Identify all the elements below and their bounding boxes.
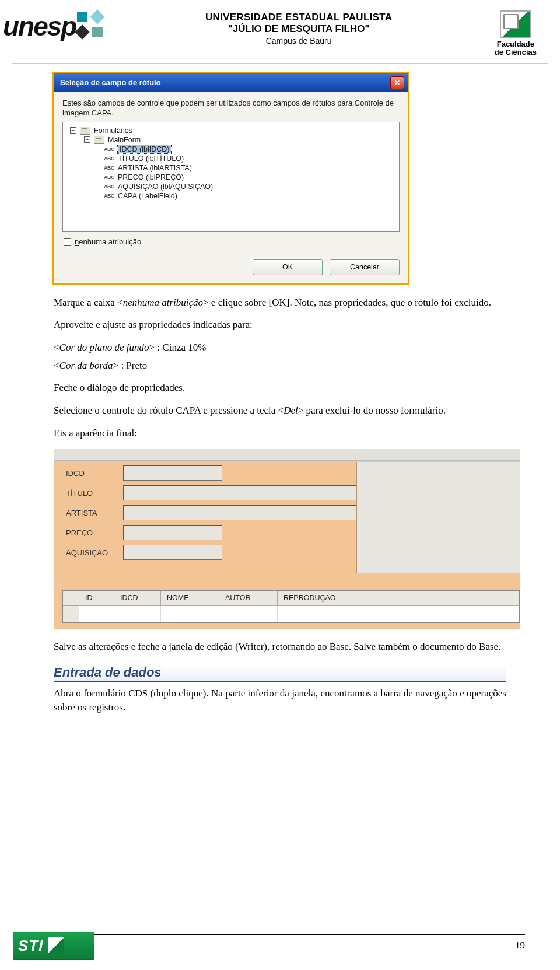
close-icon[interactable]: ✕ [390,76,404,89]
tree-field-label: PREÇO (lblPREÇO) [118,173,184,181]
grid-header[interactable]: ID [79,591,114,605]
tree-field-label: TÍTULO (lblTÍTULO) [118,155,184,163]
dialog-titlebar[interactable]: Seleção de campo de rótulo ✕ [54,73,408,92]
unesp-wordmark: unesp [3,10,76,42]
paragraph: Salve as alterações e feche a janela de … [54,640,506,654]
campus-name: Campus de Bauru [110,36,487,45]
abc-icon: ABC [104,193,114,199]
field-input[interactable] [123,485,356,500]
paragraph: Eis a aparência final: [54,426,506,441]
sti-logo: STI [13,932,94,960]
unesp-logo: unesp [3,10,103,42]
paragraph: Feche o diálogo de propriedades. [54,381,506,395]
tree-form-label: MainForm [108,136,141,144]
cancel-button[interactable]: Cancelar [330,259,400,275]
grid-header[interactable]: AUTOR [219,591,278,605]
unesp-icon [77,12,103,37]
field-tree[interactable]: − Formulários − MainForm ABC IDCD (lblID… [62,122,400,232]
field-input[interactable] [123,505,356,520]
abc-icon: ABC [104,156,114,162]
faculty-icon [500,10,531,38]
tree-field-label: CAPA (LabelField) [118,192,177,200]
form-icon [94,136,104,144]
tree-field[interactable]: ABC AQUISIÇÃO (lblAQUISIÇÃO) [68,182,396,191]
sti-label: STI [18,937,43,955]
tree-root-label: Formulários [94,127,132,135]
page-footer: STI 19 [0,932,560,960]
tree-field[interactable]: ABC IDCD (lblIDCD) [68,145,396,154]
paragraph: Abra o formulário CDS (duplo clique). Na… [54,687,506,715]
paragraph: Marque a caixa <nenhuma atribuição> e cl… [54,296,506,310]
field-input[interactable] [123,465,222,481]
dialog-message: Estes são campos de controle que podem s… [62,98,400,118]
image-placeholder [356,462,520,573]
tree-root[interactable]: − Formulários [68,126,396,135]
field-input[interactable] [123,525,222,540]
no-assignment-row[interactable]: nenhuma atribuição [64,237,398,246]
tree-field[interactable]: ABC TÍTULO (lblTÍTULO) [68,154,396,163]
tree-field-label: IDCD (lblIDCD) [118,145,171,153]
grid-header[interactable]: NOME [161,591,219,605]
form-ruler [54,449,520,461]
faculty-logo: Faculdade de Ciências [495,10,537,57]
faculty-line1: Faculdade [495,40,537,48]
page-number: 19 [515,940,525,951]
field-label: IDCD [66,469,118,478]
collapse-icon[interactable]: − [70,127,76,134]
university-name: UNIVERSIDADE ESTADUAL PAULISTA [110,12,487,23]
section-heading: Entrada de dados [54,665,506,682]
no-assignment-label: nenhuma atribuição [75,237,141,246]
field-input[interactable] [123,545,222,560]
university-subtitle: "JÚLIO DE MESQUITA FILHO" [110,23,487,35]
field-label: TÍTULO [66,489,118,498]
collapse-icon[interactable]: − [84,136,90,143]
field-label: ARTISTA [66,509,118,517]
paragraph: Aproveite e ajuste as propriedades indic… [54,318,506,332]
grid-corner [63,591,79,605]
tree-form[interactable]: − MainForm [68,135,396,145]
form-preview: IDCD TÍTULO ARTISTA PREÇO AQUISIÇÃO ID I… [54,449,520,629]
tree-field-label: AQUISIÇÃO (lblAQUISIÇÃO) [118,183,213,191]
dialog-title: Seleção de campo de rótulo [60,78,161,87]
abc-icon: ABC [104,146,114,152]
subform-grid[interactable]: ID IDCD NOME AUTOR REPRODUÇÃO [62,590,520,623]
paragraph: <Cor da borda> : Preto [54,359,506,373]
header-title-block: UNIVERSIDADE ESTADUAL PAULISTA "JÚLIO DE… [110,10,487,45]
field-label: AQUISIÇÃO [66,548,118,557]
label-field-dialog: Seleção de campo de rótulo ✕ Estes são c… [52,72,410,285]
grid-body[interactable] [63,606,519,622]
tree-field[interactable]: ABC PREÇO (lblPREÇO) [68,173,396,182]
abc-icon: ABC [104,165,114,171]
grid-header[interactable]: REPRODUÇÃO [278,591,519,605]
sti-icon [48,937,64,954]
faculty-line2: de Ciências [495,48,537,57]
paragraph: Selecione o controle do rótulo CAPA e pr… [54,404,506,418]
abc-icon: ABC [104,174,114,180]
header-divider [12,63,548,64]
grid-header[interactable]: IDCD [114,591,161,605]
checkbox-icon[interactable] [64,238,71,246]
tree-field[interactable]: ABC ARTISTA (lblARTISTA) [68,163,396,173]
ok-button[interactable]: OK [253,259,323,275]
form-icon [80,127,90,135]
field-label: PREÇO [66,528,118,537]
page-header: unesp UNIVERSIDADE ESTADUAL PAULISTA "JÚ… [0,0,560,61]
paragraph: <Cor do plano de fundo> : Cinza 10% [54,341,506,355]
grid-header-row: ID IDCD NOME AUTOR REPRODUÇÃO [63,591,519,606]
tree-field-label: ARTISTA (lblARTISTA) [118,164,192,172]
abc-icon: ABC [104,184,114,190]
tree-field[interactable]: ABC CAPA (LabelField) [68,191,396,201]
